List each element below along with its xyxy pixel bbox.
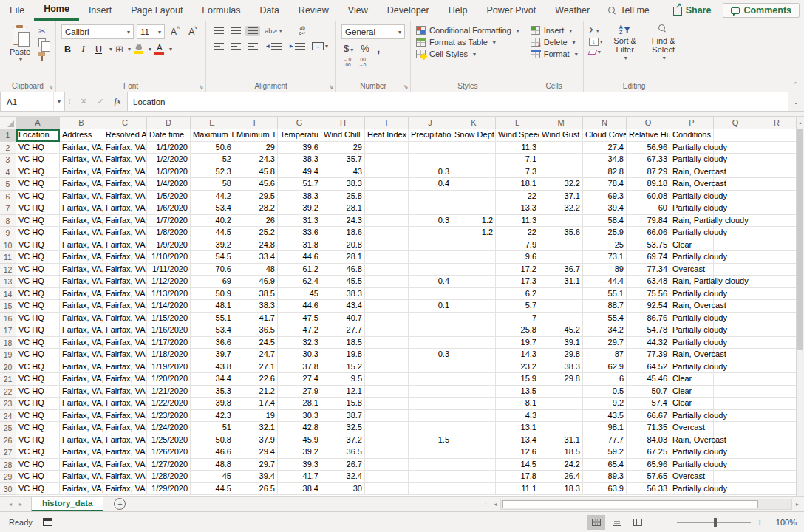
cell[interactable] (409, 264, 452, 276)
cell[interactable]: Clear (670, 373, 714, 386)
increase-font-size-button[interactable]: A˄ (168, 27, 183, 37)
cell[interactable]: 62.9 (583, 361, 627, 374)
cell[interactable]: 39.2 (191, 239, 234, 252)
cell[interactable] (365, 313, 409, 325)
cell[interactable]: Partially cloudy (670, 227, 714, 239)
cell[interactable]: 38.3 (321, 288, 365, 301)
cell[interactable] (539, 239, 583, 252)
cell[interactable]: Fairfax, VA, (103, 191, 147, 203)
next-sheet-icon[interactable]: ▸ (19, 501, 22, 508)
cell[interactable]: VC HQ (16, 154, 60, 166)
column-header-F[interactable]: F (234, 117, 278, 129)
cell[interactable] (757, 288, 796, 301)
merge-center-button[interactable]: ↔▾ (310, 41, 330, 52)
cell[interactable]: VC HQ (16, 361, 60, 374)
cell[interactable]: Partially cloudy (670, 142, 714, 154)
cell[interactable]: 32.3 (278, 337, 321, 349)
cell[interactable]: Fairfax, VA, (103, 300, 147, 313)
cell[interactable]: VC HQ (16, 264, 60, 276)
cell[interactable]: Rain, Overcast (670, 300, 714, 313)
cell[interactable]: Fairfax, VA, (103, 251, 147, 264)
cell[interactable]: Minimum T (234, 129, 278, 142)
cell[interactable]: 31.8 (278, 239, 321, 252)
row-header-19[interactable]: 19 (0, 349, 16, 361)
row-header-22[interactable]: 22 (0, 386, 16, 398)
cell[interactable]: Heat Index (365, 129, 409, 142)
cell[interactable]: 89.3 (583, 471, 627, 483)
cell[interactable] (757, 191, 796, 203)
cell[interactable]: 69.74 (627, 251, 670, 264)
find-select-button[interactable]: Find & Select▾ (647, 24, 680, 80)
cell[interactable]: 42.3 (191, 410, 234, 423)
cell[interactable]: 61.2 (278, 264, 321, 276)
row-header-26[interactable]: 26 (0, 434, 16, 447)
row-header-15[interactable]: 15 (0, 300, 16, 313)
expand-formula-bar-button[interactable]: ⌄ (788, 92, 804, 111)
cell[interactable]: 1/22/2020 (147, 398, 191, 410)
cell[interactable]: 28.1 (321, 251, 365, 264)
cell[interactable]: Fairfax, VA, (60, 276, 103, 288)
cell[interactable]: 31.3 (278, 215, 321, 228)
cell[interactable]: Fairfax, VA, (103, 459, 147, 471)
cell[interactable]: 65.4 (583, 459, 627, 471)
cell[interactable]: Date time (147, 129, 191, 142)
cell[interactable]: 48.1 (191, 300, 234, 313)
cell[interactable] (757, 471, 796, 483)
column-header-G[interactable]: G (278, 117, 321, 129)
cell[interactable]: 31.1 (539, 434, 583, 447)
cell[interactable]: 39.4 (583, 202, 627, 215)
cell[interactable]: 57.65 (627, 471, 670, 483)
cell[interactable] (539, 154, 583, 166)
cell[interactable]: 1.5 (409, 434, 452, 447)
cell[interactable]: Fairfax, VA, (60, 446, 103, 459)
column-header-J[interactable]: J (409, 117, 452, 129)
cell[interactable]: 66.06 (627, 227, 670, 239)
row-header-28[interactable]: 28 (0, 459, 16, 471)
cell[interactable]: Fairfax, VA, (60, 483, 103, 496)
cell[interactable]: 36.7 (539, 264, 583, 276)
cell[interactable]: 50.6 (191, 142, 234, 154)
cell[interactable]: Fairfax, VA, (103, 446, 147, 459)
cell[interactable] (757, 202, 796, 215)
new-sheet-button[interactable]: + (114, 498, 126, 510)
cell[interactable]: 54.5 (191, 251, 234, 264)
cell[interactable]: 0.4 (409, 276, 452, 288)
cell[interactable] (409, 227, 452, 239)
cell[interactable]: 33.6 (278, 227, 321, 239)
cell[interactable] (757, 434, 796, 447)
row-header-5[interactable]: 5 (0, 178, 16, 191)
cell[interactable]: Relative Hu (627, 129, 670, 142)
cell[interactable]: Fairfax, VA, (103, 313, 147, 325)
cell[interactable]: 58.4 (583, 215, 627, 228)
cell[interactable]: 12.6 (496, 446, 539, 459)
column-header-M[interactable]: M (539, 117, 583, 129)
cell[interactable] (714, 422, 757, 434)
cell[interactable] (452, 154, 496, 166)
cell[interactable] (365, 349, 409, 361)
cell[interactable]: 11.3 (496, 142, 539, 154)
underline-button[interactable]: U (92, 44, 105, 55)
row-header-9[interactable]: 9 (0, 227, 16, 239)
cell[interactable] (757, 337, 796, 349)
ribbon-tab-page-layout[interactable]: Page Layout (121, 0, 192, 21)
cell[interactable]: Fairfax, VA, (60, 398, 103, 410)
cell[interactable]: 1/24/2020 (147, 422, 191, 434)
cell[interactable] (539, 313, 583, 325)
cell[interactable]: 60.08 (627, 191, 670, 203)
cell[interactable]: 62.4 (278, 276, 321, 288)
scroll-up-icon[interactable]: ▴ (797, 117, 804, 127)
formula-bar-splitter[interactable]: ⁞ (65, 92, 74, 111)
cell[interactable]: Fairfax, VA, (60, 471, 103, 483)
column-header-C[interactable]: C (103, 117, 147, 129)
cell[interactable]: 41.7 (234, 313, 278, 325)
cell[interactable]: 7.9 (496, 239, 539, 252)
cell[interactable]: 17.3 (496, 276, 539, 288)
cell[interactable]: 44.5 (191, 483, 234, 496)
cell[interactable]: Partially cloudy (670, 459, 714, 471)
cell[interactable]: 55.1 (191, 313, 234, 325)
row-header-21[interactable]: 21 (0, 373, 16, 386)
cell[interactable]: 9.5 (321, 373, 365, 386)
cell[interactable]: 1/26/2020 (147, 446, 191, 459)
copy-icon[interactable] (38, 38, 46, 47)
align-right-button[interactable] (245, 41, 260, 52)
